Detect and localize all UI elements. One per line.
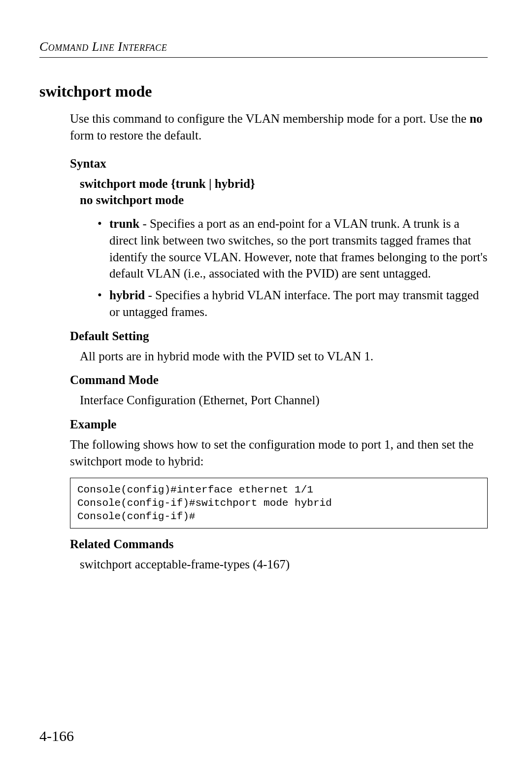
related-commands-text: switchport acceptable-frame-types (4-167…: [80, 556, 488, 573]
section-title: switchport mode: [39, 82, 488, 101]
running-head: Command Line Interface: [39, 39, 488, 58]
bullet-term: trunk: [109, 217, 139, 230]
bullet-hybrid: hybrid - Specifies a hybrid VLAN interfa…: [98, 287, 488, 320]
bullet-trunk: trunk - Specifies a port as an end-point…: [98, 215, 488, 282]
syntax-bullets: trunk - Specifies a port as an end-point…: [98, 215, 488, 320]
syntax-line-2: no switchport mode: [80, 192, 488, 209]
bullet-desc: - Specifies a hybrid VLAN interface. The…: [109, 288, 479, 318]
default-setting-text: All ports are in hybrid mode with the PV…: [80, 348, 488, 365]
command-mode-text: Interface Configuration (Ethernet, Port …: [80, 392, 488, 409]
bullet-term: hybrid: [109, 288, 145, 302]
related-commands-label: Related Commands: [70, 537, 488, 551]
intro-text-pre: Use this command to configure the VLAN m…: [70, 112, 469, 125]
command-mode-label: Command Mode: [70, 373, 488, 387]
intro-no-keyword: no: [469, 112, 482, 125]
bullet-desc: - Specifies a port as an end-point for a…: [109, 217, 487, 280]
document-page: Command Line Interface switchport mode U…: [0, 0, 532, 774]
syntax-label: Syntax: [70, 157, 488, 171]
syntax-cmd: switchport mode: [80, 177, 167, 190]
syntax-block: switchport mode {trunk | hybrid} no swit…: [80, 176, 488, 320]
example-code: Console(config)#interface ethernet 1/1 C…: [70, 478, 488, 529]
syntax-args: {trunk | hybrid}: [167, 177, 255, 190]
default-setting-label: Default Setting: [70, 329, 488, 343]
syntax-line-1: switchport mode {trunk | hybrid}: [80, 176, 488, 192]
body-content: Use this command to configure the VLAN m…: [70, 110, 488, 573]
intro-paragraph: Use this command to configure the VLAN m…: [70, 110, 488, 144]
page-number: 4-166: [39, 728, 74, 744]
example-label: Example: [70, 418, 488, 431]
example-intro: The following shows how to set the confi…: [70, 436, 488, 470]
intro-text-post: form to restore the default.: [70, 129, 201, 142]
